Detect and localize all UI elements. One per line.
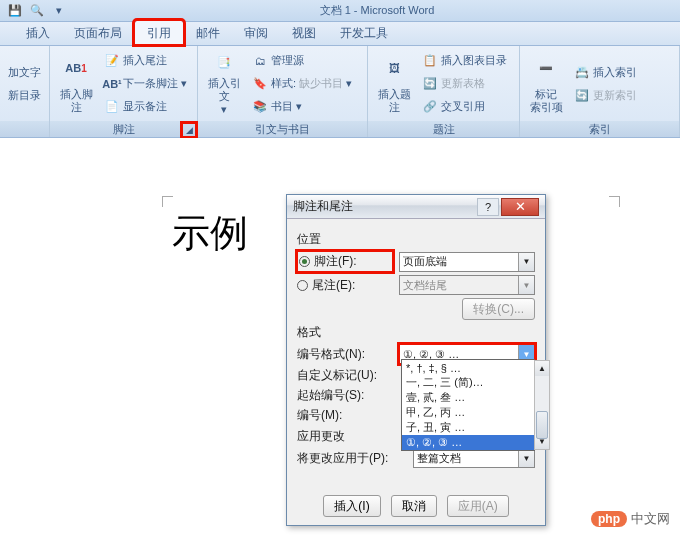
watermark: php 中文网 [591, 510, 670, 528]
sample-text: 示例 [172, 208, 248, 259]
toc-new[interactable]: 新目录 [4, 84, 45, 106]
manage-sources-button[interactable]: 🗂管理源 [248, 50, 356, 72]
section-position: 位置 [297, 231, 535, 248]
window-title: 文档 1 - Microsoft Word [74, 3, 680, 18]
chevron-down-icon: ▾ [181, 77, 187, 90]
index-mark-icon: ➖ [530, 53, 562, 85]
footnote-position-select[interactable]: 页面底端▼ [399, 252, 535, 272]
ribbon: 加文字 新目录 AB1 插入脚注 📝插入尾注 AB¹下一条脚注▾ 📄显示备注 脚… [0, 46, 680, 138]
chevron-down-icon: ▾ [346, 77, 352, 90]
bibliography-icon: 📚 [252, 99, 268, 115]
ribbon-tabs: 插入 页面布局 引用 邮件 审阅 视图 开发工具 [0, 22, 680, 46]
endnote-icon: 📝 [104, 53, 120, 69]
footnote-label: 脚注(F): [314, 253, 357, 270]
footnote-endnote-dialog: 脚注和尾注 ? ✕ 位置 脚注(F): 页面底端▼ 尾注(E): [286, 194, 546, 526]
index-icon: 📇 [574, 64, 590, 80]
endnote-radio[interactable] [297, 280, 308, 291]
update-index-button[interactable]: 🔄更新索引 [570, 84, 641, 106]
citation-style[interactable]: 🔖样式: 缺少书目▾ [248, 73, 356, 95]
insert-footnote-button[interactable]: AB1 插入脚注 [54, 49, 98, 119]
option-2[interactable]: 壹, 贰, 叁 … [402, 390, 534, 405]
apply-to-label: 将更改应用于(P): [297, 450, 407, 467]
numbering-label: 编号(M): [297, 407, 393, 424]
chevron-down-icon: ▾ [296, 100, 302, 113]
watermark-logo: php [591, 511, 627, 527]
tab-review[interactable]: 审阅 [232, 21, 280, 45]
dropdown-scrollbar[interactable]: ▲ ▼ [534, 360, 550, 450]
chevron-down-icon: ▾ [221, 103, 227, 116]
option-4[interactable]: 子, 丑, 寅 … [402, 420, 534, 435]
toc-add-text[interactable]: 加文字 [4, 61, 45, 83]
insert-citation-button[interactable]: 📑 插入引文▾ [202, 49, 246, 119]
endnote-label: 尾注(E): [312, 277, 355, 294]
show-notes-icon: 📄 [104, 99, 120, 115]
footnote-icon: AB1 [60, 53, 92, 85]
scroll-up-icon[interactable]: ▲ [535, 361, 549, 376]
qat-preview-icon[interactable]: 🔍 [28, 3, 46, 19]
caption-icon: 🖼 [378, 53, 410, 85]
tab-layout[interactable]: 页面布局 [62, 21, 134, 45]
tab-insert[interactable]: 插入 [14, 21, 62, 45]
insert-button[interactable]: 插入(I) [323, 495, 380, 517]
dialog-help-button[interactable]: ? [477, 198, 499, 216]
scroll-thumb[interactable] [536, 411, 548, 439]
apply-button[interactable]: 应用(A) [447, 495, 509, 517]
group-index-label: 索引 [520, 121, 679, 137]
update-icon: 🔄 [422, 76, 438, 92]
group-footnotes-label: 脚注 ◢ [50, 121, 197, 137]
update-table-button[interactable]: 🔄更新表格 [418, 73, 511, 95]
sources-icon: 🗂 [252, 53, 268, 69]
custom-mark-label: 自定义标记(U): [297, 367, 393, 384]
crossref-icon: 🔗 [422, 99, 438, 115]
tab-references[interactable]: 引用 [134, 20, 184, 45]
footnotes-dialog-launcher[interactable]: ◢ [183, 124, 195, 136]
apply-to-select[interactable]: 整篇文档▼ [413, 448, 535, 468]
convert-button[interactable]: 转换(C)... [462, 298, 535, 320]
dialog-close-button[interactable]: ✕ [501, 198, 539, 216]
insert-endnote-button[interactable]: 📝插入尾注 [100, 50, 191, 72]
cancel-button[interactable]: 取消 [391, 495, 437, 517]
number-format-dropdown[interactable]: *, †, ‡, § … 一, 二, 三 (简)… 壹, 贰, 叁 … 甲, 乙… [401, 359, 535, 451]
section-format: 格式 [297, 324, 535, 341]
chevron-down-icon: ▼ [518, 449, 534, 467]
tab-developer[interactable]: 开发工具 [328, 21, 400, 45]
insert-index-button[interactable]: 📇插入索引 [570, 61, 641, 83]
watermark-text: 中文网 [631, 510, 670, 528]
option-1[interactable]: 一, 二, 三 (简)… [402, 375, 534, 390]
insert-tof-button[interactable]: 📋插入图表目录 [418, 50, 511, 72]
mark-index-entry-button[interactable]: ➖ 标记 索引项 [524, 49, 568, 119]
group-citations-label: 引文与书目 [198, 121, 367, 137]
next-footnote-icon: AB¹ [104, 76, 120, 92]
group-toc-label [0, 121, 49, 137]
tab-mail[interactable]: 邮件 [184, 21, 232, 45]
endnote-position-select: 文档结尾▼ [399, 275, 535, 295]
option-3[interactable]: 甲, 乙, 丙 … [402, 405, 534, 420]
next-footnote-button[interactable]: AB¹下一条脚注▾ [100, 73, 191, 95]
option-0[interactable]: *, †, ‡, § … [402, 360, 534, 375]
insert-caption-button[interactable]: 🖼 插入题注 [372, 49, 416, 119]
citation-icon: 📑 [208, 51, 240, 74]
tab-view[interactable]: 视图 [280, 21, 328, 45]
tof-icon: 📋 [422, 53, 438, 69]
chevron-down-icon: ▼ [518, 276, 534, 294]
cross-reference-button[interactable]: 🔗交叉引用 [418, 96, 511, 118]
update-index-icon: 🔄 [574, 87, 590, 103]
chevron-down-icon: ▼ [518, 253, 534, 271]
option-5[interactable]: ①, ②, ③ … [402, 435, 534, 450]
dialog-title: 脚注和尾注 [293, 198, 477, 215]
qat-save-icon[interactable]: 💾 [6, 3, 24, 19]
number-format-label: 编号格式(N): [297, 346, 393, 363]
qat-dropdown-icon[interactable]: ▾ [50, 3, 68, 19]
group-captions-label: 题注 [368, 121, 519, 137]
start-at-label: 起始编号(S): [297, 387, 393, 404]
show-notes-button[interactable]: 📄显示备注 [100, 96, 191, 118]
style-icon: 🔖 [252, 76, 268, 92]
footnote-radio[interactable] [299, 256, 310, 267]
bibliography-button[interactable]: 📚书目▾ [248, 96, 356, 118]
